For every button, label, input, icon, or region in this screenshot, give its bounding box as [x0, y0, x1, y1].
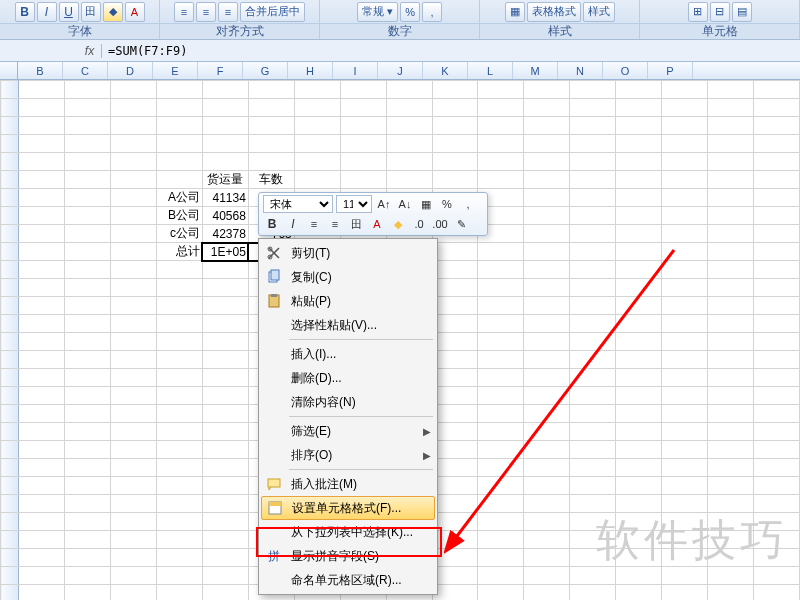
- cell[interactable]: [707, 567, 753, 585]
- cell[interactable]: [662, 369, 708, 387]
- cell[interactable]: [570, 243, 616, 261]
- cell[interactable]: [19, 585, 65, 601]
- row-header[interactable]: [1, 477, 19, 495]
- cell[interactable]: [157, 423, 203, 441]
- cell[interactable]: [570, 207, 616, 225]
- cell[interactable]: [157, 333, 203, 351]
- cell[interactable]: [202, 405, 248, 423]
- cell[interactable]: [111, 441, 157, 459]
- cell[interactable]: [111, 567, 157, 585]
- cell[interactable]: [157, 585, 203, 601]
- cell[interactable]: [157, 549, 203, 567]
- mini-bold-icon[interactable]: B: [263, 215, 281, 233]
- cell[interactable]: [248, 153, 294, 171]
- cell[interactable]: [570, 585, 616, 601]
- cell[interactable]: [19, 171, 65, 189]
- cell[interactable]: [202, 423, 248, 441]
- cell[interactable]: [616, 261, 662, 279]
- cell[interactable]: 总计: [157, 243, 203, 261]
- cell[interactable]: [753, 585, 799, 601]
- cell[interactable]: [19, 351, 65, 369]
- cell[interactable]: [65, 81, 111, 99]
- cell[interactable]: [157, 99, 203, 117]
- cell[interactable]: [753, 477, 799, 495]
- merge-button[interactable]: 合并后居中: [240, 2, 305, 22]
- cell[interactable]: [65, 261, 111, 279]
- cell[interactable]: [65, 243, 111, 261]
- cell[interactable]: [707, 369, 753, 387]
- cell[interactable]: [19, 405, 65, 423]
- col-header-N[interactable]: N: [558, 62, 603, 79]
- percent-button[interactable]: %: [400, 2, 420, 22]
- cell[interactable]: [386, 153, 432, 171]
- row-header[interactable]: [1, 567, 19, 585]
- row-header[interactable]: [1, 585, 19, 601]
- cell[interactable]: [478, 99, 524, 117]
- cell[interactable]: [111, 495, 157, 513]
- cell[interactable]: [662, 567, 708, 585]
- cell[interactable]: [570, 99, 616, 117]
- row-header[interactable]: [1, 405, 19, 423]
- cell[interactable]: [157, 477, 203, 495]
- col-header-C[interactable]: C: [63, 62, 108, 79]
- cell[interactable]: [202, 135, 248, 153]
- col-header-P[interactable]: P: [648, 62, 693, 79]
- cell[interactable]: [707, 261, 753, 279]
- row-header[interactable]: [1, 351, 19, 369]
- cell[interactable]: [19, 153, 65, 171]
- cell[interactable]: [432, 153, 478, 171]
- cell[interactable]: [202, 153, 248, 171]
- cell[interactable]: [753, 351, 799, 369]
- cell[interactable]: [294, 81, 340, 99]
- italic-button[interactable]: I: [37, 2, 57, 22]
- cell[interactable]: [616, 243, 662, 261]
- cell[interactable]: [616, 459, 662, 477]
- cell[interactable]: [707, 189, 753, 207]
- cell[interactable]: [707, 243, 753, 261]
- cell[interactable]: [340, 153, 386, 171]
- cell[interactable]: [478, 369, 524, 387]
- cell[interactable]: [570, 225, 616, 243]
- cell[interactable]: [616, 189, 662, 207]
- cell[interactable]: [662, 495, 708, 513]
- cell[interactable]: [478, 513, 524, 531]
- cell[interactable]: [19, 495, 65, 513]
- row-header[interactable]: [1, 135, 19, 153]
- ctx-复制C[interactable]: 复制(C): [261, 265, 435, 289]
- cell[interactable]: [111, 117, 157, 135]
- cell[interactable]: [432, 567, 478, 585]
- cell[interactable]: [478, 243, 524, 261]
- cell[interactable]: [478, 117, 524, 135]
- cell[interactable]: [662, 297, 708, 315]
- cell[interactable]: [432, 351, 478, 369]
- cell[interactable]: [753, 441, 799, 459]
- cell[interactable]: [19, 459, 65, 477]
- cell[interactable]: [19, 477, 65, 495]
- cell[interactable]: [386, 171, 432, 189]
- cell[interactable]: [248, 81, 294, 99]
- cell[interactable]: [340, 117, 386, 135]
- cell[interactable]: [248, 135, 294, 153]
- cell[interactable]: [570, 369, 616, 387]
- cell[interactable]: [753, 243, 799, 261]
- col-header-G[interactable]: G: [243, 62, 288, 79]
- cell[interactable]: [478, 423, 524, 441]
- mini-comma-icon[interactable]: ,: [459, 195, 477, 213]
- cell[interactable]: [386, 135, 432, 153]
- cell[interactable]: [19, 81, 65, 99]
- row-header[interactable]: [1, 495, 19, 513]
- cell[interactable]: [524, 549, 570, 567]
- cell[interactable]: [570, 153, 616, 171]
- cell[interactable]: [616, 225, 662, 243]
- cell[interactable]: [65, 423, 111, 441]
- row-header[interactable]: [1, 261, 19, 279]
- delete-cell-button[interactable]: ⊟: [710, 2, 730, 22]
- cell[interactable]: [570, 477, 616, 495]
- cell[interactable]: [432, 243, 478, 261]
- fill-button[interactable]: ◆: [103, 2, 123, 22]
- cell[interactable]: [478, 567, 524, 585]
- cell[interactable]: [753, 315, 799, 333]
- cell[interactable]: [753, 279, 799, 297]
- cell[interactable]: [432, 405, 478, 423]
- cell[interactable]: [616, 279, 662, 297]
